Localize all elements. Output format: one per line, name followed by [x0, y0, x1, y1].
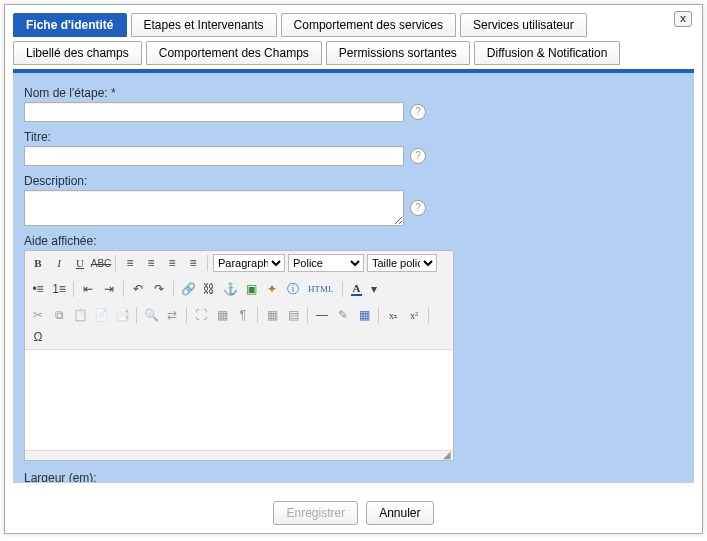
help-button[interactable]: ⓘ: [284, 280, 302, 298]
help-icon[interactable]: ?: [410, 104, 426, 120]
outdent-button[interactable]: ⇤: [79, 280, 97, 298]
separator: [73, 281, 74, 297]
superscript-button[interactable]: x²: [405, 306, 423, 324]
input-description[interactable]: [24, 190, 404, 226]
paste-text-button[interactable]: 📄: [92, 306, 110, 324]
separator: [428, 307, 429, 323]
tab-comportement-services[interactable]: Comportement des services: [281, 13, 456, 37]
strikethrough-button[interactable]: ABC: [92, 254, 110, 272]
separator: [173, 281, 174, 297]
input-nom-etape[interactable]: [24, 102, 404, 122]
paragraph-select[interactable]: Paragraphe: [213, 254, 285, 272]
italic-button[interactable]: I: [50, 254, 68, 272]
form-panel: Nom de l'étape: * ? Titre: ? Description…: [13, 73, 694, 483]
link-button[interactable]: 🔗: [179, 280, 197, 298]
undo-button[interactable]: ↶: [129, 280, 147, 298]
subscript-button[interactable]: x₂: [384, 306, 402, 324]
separator: [257, 307, 258, 323]
tab-comportement-champs[interactable]: Comportement des Champs: [146, 41, 322, 65]
font-color-dropdown[interactable]: ▾: [369, 280, 379, 298]
special-char-button[interactable]: Ω: [29, 328, 47, 346]
underline-button[interactable]: U: [71, 254, 89, 272]
fullscreen-button[interactable]: ⛶: [192, 306, 210, 324]
dialog: x Fiche d'identitéEtapes et Intervenants…: [4, 4, 703, 534]
cut-button[interactable]: ✂: [29, 306, 47, 324]
tab-identite[interactable]: Fiche d'identité: [13, 13, 127, 37]
cancel-button[interactable]: Annuler: [366, 501, 433, 525]
tabs-row-1: Fiche d'identitéEtapes et IntervenantsCo…: [5, 5, 702, 37]
ordered-list-button[interactable]: 1≡: [50, 280, 68, 298]
tabs-row-2: Libellé des champsComportement des Champ…: [5, 37, 702, 65]
input-titre[interactable]: [24, 146, 404, 166]
editor-toolbar: B I U ABC ≡ ≡ ≡ ≡ Paragraphe Police Tail…: [25, 251, 453, 350]
separator: [115, 255, 116, 271]
table-button[interactable]: ▦: [263, 306, 281, 324]
separator: [123, 281, 124, 297]
find-button[interactable]: 🔍: [142, 306, 160, 324]
paste-word-button[interactable]: 📑: [113, 306, 131, 324]
help-icon[interactable]: ?: [410, 200, 426, 216]
indent-button[interactable]: ⇥: [100, 280, 118, 298]
hr-button[interactable]: —: [313, 306, 331, 324]
label-titre: Titre:: [24, 130, 683, 144]
separator: [378, 307, 379, 323]
paste-button[interactable]: 📋: [71, 306, 89, 324]
align-right-button[interactable]: ≡: [163, 254, 181, 272]
redo-button[interactable]: ↷: [150, 280, 168, 298]
unordered-list-button[interactable]: •≡: [29, 280, 47, 298]
media-button[interactable]: ✦: [263, 280, 281, 298]
tab-libelle-champs[interactable]: Libellé des champs: [13, 41, 142, 65]
separator: [307, 307, 308, 323]
blocks-button[interactable]: ▦: [213, 306, 231, 324]
tab-diffusion-notification[interactable]: Diffusion & Notification: [474, 41, 621, 65]
tab-services-utilisateur[interactable]: Services utilisateur: [460, 13, 587, 37]
unlink-button[interactable]: ⛓: [200, 280, 218, 298]
separator: [186, 307, 187, 323]
anchor-button[interactable]: ⚓: [221, 280, 239, 298]
label-nom-etape: Nom de l'étape: *: [24, 86, 683, 100]
editor-content-area[interactable]: [25, 350, 453, 450]
footer-buttons: Enregistrer Annuler: [5, 501, 702, 525]
table-props-button[interactable]: ▤: [284, 306, 302, 324]
editor-resize-handle[interactable]: ◢: [25, 450, 453, 460]
align-left-button[interactable]: ≡: [121, 254, 139, 272]
close-button[interactable]: x: [674, 11, 692, 27]
font-color-button[interactable]: A: [348, 280, 366, 298]
save-button[interactable]: Enregistrer: [273, 501, 358, 525]
replace-button[interactable]: ⇄: [163, 306, 181, 324]
copy-button[interactable]: ⧉: [50, 306, 68, 324]
separator: [207, 255, 208, 271]
label-aide-affichee: Aide affichée:: [24, 234, 683, 248]
bold-button[interactable]: B: [29, 254, 47, 272]
label-largeur: Largeur (em):: [24, 471, 683, 483]
help-icon[interactable]: ?: [410, 148, 426, 164]
remove-format-button[interactable]: ✎: [334, 306, 352, 324]
visualchars-button[interactable]: ¶: [234, 306, 252, 324]
tab-permissions-sortantes[interactable]: Permissions sortantes: [326, 41, 470, 65]
align-justify-button[interactable]: ≡: [184, 254, 202, 272]
table-insert-button[interactable]: ▦: [355, 306, 373, 324]
font-size-select[interactable]: Taille police: [367, 254, 437, 272]
label-description: Description:: [24, 174, 683, 188]
separator: [136, 307, 137, 323]
rich-text-editor: B I U ABC ≡ ≡ ≡ ≡ Paragraphe Police Tail…: [24, 250, 454, 461]
html-button[interactable]: HTML: [305, 280, 337, 298]
tab-etapes[interactable]: Etapes et Intervenants: [131, 13, 277, 37]
image-button[interactable]: ▣: [242, 280, 260, 298]
font-select[interactable]: Police: [288, 254, 364, 272]
separator: [342, 281, 343, 297]
align-center-button[interactable]: ≡: [142, 254, 160, 272]
